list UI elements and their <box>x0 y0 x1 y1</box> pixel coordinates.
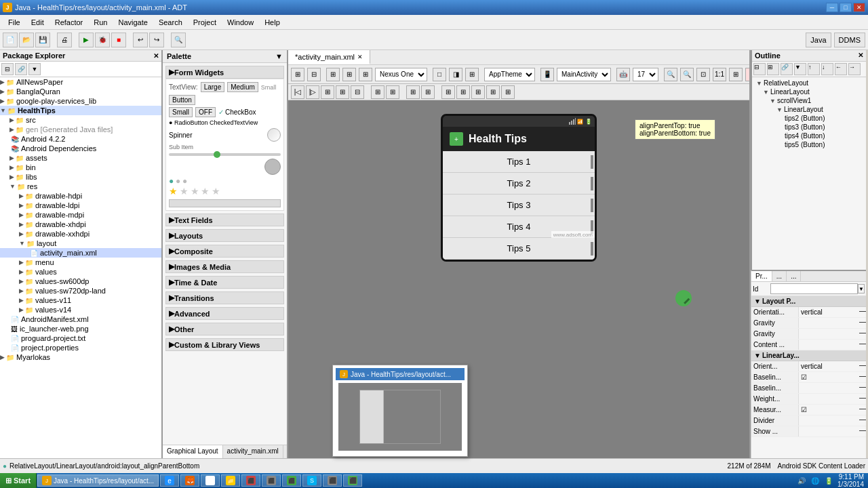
small-btn-widget[interactable]: Small <box>169 107 193 117</box>
menu-file[interactable]: File <box>3 17 26 28</box>
zoom-btn[interactable]: ⊞ <box>326 68 340 81</box>
tree-item-androiddep[interactable]: 📚Android Dependencies <box>0 144 161 153</box>
center-btn-1[interactable]: ⊞ <box>406 85 420 99</box>
grid-btn[interactable]: ⊞ <box>359 68 372 81</box>
tree-item-values[interactable]: ▶📁values <box>0 267 161 277</box>
orient-btn-1[interactable]: ⊞ <box>441 85 455 99</box>
ddms-perspective[interactable]: DDMS <box>834 33 865 47</box>
tree-item-gen[interactable]: ▶📁gen [Generated Java files] <box>0 125 161 134</box>
show-value[interactable] <box>799 426 859 436</box>
outline-filter-btn[interactable]: ▼ <box>794 63 806 75</box>
tree-item-assets[interactable]: ▶📁assets <box>0 153 161 163</box>
taskbar-extra-btn-3[interactable]: ⬛ <box>282 474 301 487</box>
orient-btn-2[interactable]: ⊞ <box>456 85 470 99</box>
tree-item-src[interactable]: ▶📁src <box>0 115 161 125</box>
search-button[interactable]: 🔍 <box>171 33 186 47</box>
button-widget[interactable]: Button <box>169 95 195 105</box>
device-select[interactable]: Nexus One <box>375 68 427 81</box>
tree-item-layout[interactable]: ▼📁layout <box>0 239 161 248</box>
outline-up-btn[interactable]: ↑ <box>808 63 820 75</box>
menu-window[interactable]: Window <box>222 17 259 28</box>
medium-text-widget[interactable]: Medium <box>227 82 258 92</box>
tree-item-proguard[interactable]: 📄proguard-project.txt <box>0 333 161 343</box>
taskbar-extra-btn-5[interactable]: ⬛ <box>343 474 362 487</box>
layout-btn-3[interactable]: ⊞ <box>465 68 479 81</box>
tree-item-google-play[interactable]: ▶📁google-play-services_lib <box>0 96 161 106</box>
orient-value[interactable]: vertical <box>799 361 859 371</box>
tree-item-activity-main[interactable]: 📄activity_main.xml <box>0 248 161 258</box>
tray-icon-2[interactable]: 🌐 <box>810 476 820 485</box>
debug-button[interactable]: 🐞 <box>95 33 110 47</box>
tree-item-android422[interactable]: 📚Android 4.2.2 <box>0 134 161 144</box>
other-header[interactable]: ▶ Other <box>165 323 284 336</box>
prop-reset-3[interactable]: — <box>859 329 866 339</box>
tree-item-banglaquran[interactable]: ▶📁BanglaQuran <box>0 87 161 96</box>
outline-sync-btn[interactable]: 🔗 <box>781 63 793 75</box>
start-button[interactable]: ⊞ Start <box>0 473 37 488</box>
menu-search[interactable]: Search <box>153 17 188 28</box>
menu-help[interactable]: Help <box>259 17 285 28</box>
outline-right-btn[interactable]: → <box>848 63 861 75</box>
align-btn-1[interactable]: |◁ <box>291 85 304 99</box>
prop-reset-11[interactable]: — <box>859 426 866 436</box>
tips-item-3[interactable]: Tips 3 <box>443 195 595 216</box>
active-editor-tab[interactable]: *activity_main.xml ✕ <box>288 50 370 64</box>
tree-item-res[interactable]: ▼📁res <box>0 182 161 191</box>
phone-icon-btn[interactable]: 📱 <box>540 68 554 81</box>
tree-item-manifest[interactable]: 📄AndroidManifest.xml <box>0 314 161 324</box>
gravity-value-1[interactable] <box>799 318 859 328</box>
layout-btn-2[interactable]: ◨ <box>449 68 462 81</box>
zoom-in-btn[interactable]: 🔍 <box>680 68 694 81</box>
theme-select[interactable]: AppTheme <box>484 68 535 81</box>
layout-view-btn2[interactable]: ⊟ <box>307 68 321 81</box>
images-media-header[interactable]: ▶ Images & Media <box>165 260 284 273</box>
taskbar-ie-btn[interactable]: e <box>160 474 179 487</box>
save-button[interactable]: 💾 <box>35 33 50 47</box>
prop-reset-8[interactable]: — <box>859 394 866 404</box>
prop-reset-4[interactable]: — <box>859 340 866 350</box>
run-button[interactable]: ▶ <box>79 33 94 47</box>
prop-reset-10[interactable]: — <box>859 415 866 426</box>
open-button[interactable]: 📂 <box>19 33 34 47</box>
tree-item-drawable-ldpi[interactable]: ▶📁drawable-ldpi <box>0 201 161 210</box>
tree-item-menu[interactable]: ▶📁menu <box>0 258 161 267</box>
layout-btn-1[interactable]: □ <box>433 68 446 81</box>
outline-down-btn[interactable]: ↓ <box>821 63 833 75</box>
spinner-circle[interactable] <box>267 128 281 142</box>
tree-item-myarlokas[interactable]: ▶📁Myarlokas <box>0 352 161 362</box>
menu-edit[interactable]: Edit <box>26 17 50 28</box>
orient-btn-5[interactable]: ⊞ <box>501 85 515 99</box>
zoom-100-btn[interactable]: 1:1 <box>713 68 726 81</box>
menu-project[interactable]: Project <box>188 17 222 28</box>
prop-reset-5[interactable]: — <box>859 361 866 371</box>
dist-btn-1[interactable]: ⊞ <box>371 85 384 99</box>
tree-item-values-sw720[interactable]: ▶📁values-sw720dp-land <box>0 286 161 296</box>
tree-item-healthtips[interactable]: ▼📁HealthTips <box>0 106 161 115</box>
taskbar-skype-btn[interactable]: S <box>302 474 321 487</box>
align-btn-3[interactable]: ⊞ <box>321 85 334 99</box>
zoom-btn2[interactable]: ⊞ <box>342 68 356 81</box>
tray-battery-icon[interactable]: 🔋 <box>824 476 833 485</box>
props-tab-1[interactable]: Pr... <box>751 271 772 281</box>
align-btn-2[interactable]: |▷ <box>306 85 319 99</box>
taskbar-chrome-btn[interactable]: ⊙ <box>201 474 220 487</box>
time-date-header[interactable]: ▶ Time & Date <box>165 276 284 289</box>
prop-reset-9[interactable]: — <box>859 405 866 415</box>
palette-menu-icon[interactable]: ▼ <box>275 52 283 60</box>
measure-value[interactable]: ☑ <box>799 405 859 415</box>
weight-value[interactable] <box>799 394 859 404</box>
activity-main-tab[interactable]: activity_main.xml <box>223 445 283 460</box>
taskbar-extra-btn-4[interactable]: ⬛ <box>323 474 342 487</box>
baseline2-value[interactable] <box>799 383 859 393</box>
taskbar-explorer-btn[interactable]: 📁 <box>221 474 240 487</box>
graphical-layout-tab[interactable]: Graphical Layout <box>163 445 223 460</box>
out-item-tips5[interactable]: tips5 (Button) <box>753 140 865 149</box>
out-item-tips4[interactable]: tips4 (Button) <box>753 131 865 140</box>
orient-btn-3[interactable]: ⊞ <box>471 85 485 99</box>
pkg-menu-btn[interactable]: ▼ <box>28 63 41 75</box>
api-level-select[interactable]: 17 <box>633 68 658 81</box>
zoom-actual-btn[interactable]: ⊞ <box>729 68 743 81</box>
custom-header[interactable]: ▶ Custom & Library Views <box>165 338 284 351</box>
divider-value[interactable] <box>799 415 859 426</box>
align-btn-4[interactable]: ⊞ <box>336 85 349 99</box>
